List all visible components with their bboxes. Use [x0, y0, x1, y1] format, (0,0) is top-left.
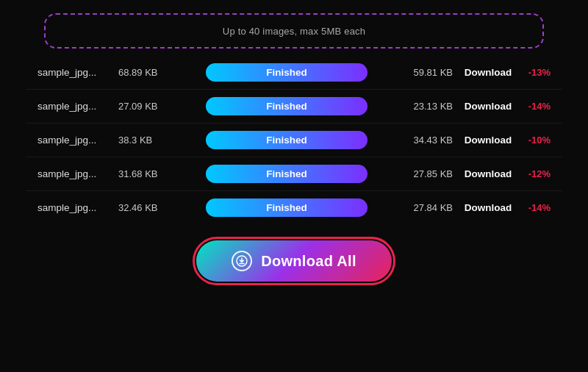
status-bar: Finished [206, 198, 368, 217]
status-bar: Finished [206, 165, 368, 183]
file-new-size: 34.43 KB [400, 135, 459, 146]
file-orig-size: 32.46 KB [118, 202, 173, 213]
file-name: sample_jpg... [37, 135, 118, 146]
download-link[interactable]: Download [459, 101, 517, 112]
status-bar-wrapper: Finished [173, 97, 400, 115]
table-row: sample_jpg... 38.3 KB Finished 34.43 KB … [26, 124, 562, 157]
file-orig-size: 38.3 KB [118, 135, 173, 146]
status-bar: Finished [206, 131, 368, 149]
file-new-size: 27.84 KB [400, 202, 459, 213]
status-bar: Finished [206, 63, 368, 82]
status-bar: Finished [206, 97, 368, 115]
file-name: sample_jpg... [37, 101, 118, 112]
file-name: sample_jpg... [37, 168, 118, 179]
download-all-button[interactable]: Download All [196, 240, 392, 282]
download-link[interactable]: Download [459, 202, 517, 213]
file-new-size: 59.81 KB [400, 67, 459, 78]
table-row: sample_jpg... 27.09 KB Finished 23.13 KB… [26, 90, 562, 124]
upload-area[interactable]: Up to 40 images, max 5MB each [44, 13, 544, 49]
file-new-size: 27.85 KB [400, 168, 459, 179]
status-bar-wrapper: Finished [173, 63, 400, 82]
savings-badge: -14% [517, 101, 551, 112]
download-link[interactable]: Download [459, 135, 517, 146]
file-orig-size: 31.68 KB [118, 168, 173, 179]
table-row: sample_jpg... 31.68 KB Finished 27.85 KB… [26, 157, 562, 191]
status-bar-wrapper: Finished [173, 131, 400, 149]
download-all-section: Download All [196, 240, 392, 282]
savings-badge: -14% [517, 202, 551, 213]
file-orig-size: 68.89 KB [118, 67, 173, 78]
file-list: sample_jpg... 68.89 KB Finished 59.81 KB… [26, 56, 562, 224]
savings-badge: -13% [517, 67, 551, 78]
upload-hint: Up to 40 images, max 5MB each [223, 26, 365, 37]
download-all-icon [232, 251, 252, 271]
download-link[interactable]: Download [459, 67, 517, 78]
file-new-size: 23.13 KB [400, 101, 459, 112]
download-all-label: Download All [261, 253, 356, 270]
table-row: sample_jpg... 32.46 KB Finished 27.84 KB… [26, 191, 562, 224]
status-bar-wrapper: Finished [173, 198, 400, 217]
file-name: sample_jpg... [37, 202, 118, 213]
file-name: sample_jpg... [37, 67, 118, 78]
savings-badge: -12% [517, 168, 551, 179]
savings-badge: -10% [517, 135, 551, 146]
table-row: sample_jpg... 68.89 KB Finished 59.81 KB… [26, 56, 562, 90]
status-bar-wrapper: Finished [173, 165, 400, 183]
download-link[interactable]: Download [459, 168, 517, 179]
file-orig-size: 27.09 KB [118, 101, 173, 112]
